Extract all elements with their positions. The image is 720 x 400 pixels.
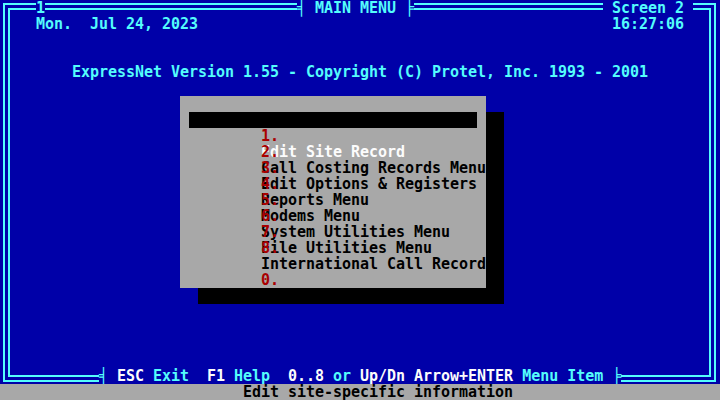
or-word: or xyxy=(333,368,351,384)
menu-item-label: File Utilities Menu xyxy=(261,240,432,256)
menu-item-system-utilities[interactable]: 6. System Utilities Menu xyxy=(189,192,477,208)
menu-item-label: Exit xyxy=(261,288,297,304)
menu-item-call-costing-records[interactable]: 2. Call Costing Records Menu xyxy=(189,128,477,144)
clock: 16:27:06 xyxy=(612,16,684,32)
title-tick-left-icon: ╡ xyxy=(297,0,306,16)
menu-item-file-utilities[interactable]: 7. File Utilities Menu xyxy=(189,208,477,224)
f1-action-label: Help xyxy=(234,368,270,384)
dos-screen: 1 ╡ MAIN MENU ╞ Screen 2 Mon. Jul 24, 20… xyxy=(0,0,720,400)
menu-item-action-label: Menu Item xyxy=(522,368,603,384)
status-message: Edit site-specific information xyxy=(243,384,513,400)
title-group: ╡ MAIN MENU ╞ xyxy=(297,0,414,16)
menu-item-exit[interactable]: 0. Exit xyxy=(189,256,477,272)
station-number: 1 xyxy=(36,0,45,16)
version-banner: ExpressNet Version 1.55 - Copyright (C) … xyxy=(72,64,648,80)
menu-item-reports[interactable]: 4. Reports Menu xyxy=(189,160,477,176)
number-range-key-label: 0..8 xyxy=(288,368,324,384)
screen-number-label: Screen 2 xyxy=(603,0,693,16)
menu-item-international-call-records[interactable]: 8. International Call Records xyxy=(189,224,477,240)
title-tick-right-icon: ╞ xyxy=(405,0,414,16)
esc-action-label: Exit xyxy=(153,368,189,384)
f1-key-label: F1 xyxy=(207,368,225,384)
page-title: MAIN MENU xyxy=(315,0,396,16)
menu-item-number: 0. xyxy=(261,272,279,288)
menu-item-edit-site-record[interactable]: 1. Edit Site Record xyxy=(189,112,477,128)
menu-item-number: 8. xyxy=(261,240,279,256)
date-label: Mon. Jul 24, 2023 xyxy=(36,16,198,32)
menu-item-edit-options-registers[interactable]: 3. Edit Options & Registers xyxy=(189,144,477,160)
arrow-enter-key-label: Up/Dn Arrow+ENTER xyxy=(360,368,513,384)
keys-tick-left-icon: ╡ xyxy=(99,368,108,384)
key-hints-bar: ╡ ESC Exit F1 Help 0..8 or Up/Dn Arrow+E… xyxy=(99,368,621,384)
main-menu-panel: 1. Edit Site Record 2. Call Costing Reco… xyxy=(180,96,486,288)
status-bar: Edit site-specific information xyxy=(0,384,720,400)
esc-key-label: ESC xyxy=(117,368,144,384)
keys-tick-right-icon: ╞ xyxy=(612,368,621,384)
menu-item-modems[interactable]: 5. Modems Menu xyxy=(189,176,477,192)
